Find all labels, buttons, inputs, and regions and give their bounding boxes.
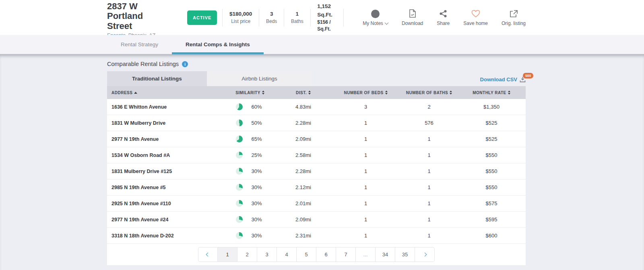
row-dist: 2.09mi	[276, 136, 330, 142]
subtab-airbnb-listings[interactable]: Airbnb Listings	[207, 71, 312, 86]
divider	[310, 9, 311, 27]
notes-avatar-icon	[371, 10, 380, 18]
info-icon[interactable]: i	[182, 61, 188, 67]
row-dist: 2.58mi	[276, 152, 330, 158]
share-button[interactable]: Share	[437, 9, 450, 26]
row-baths: 1	[401, 216, 457, 223]
row-similarity-cell: 60%	[224, 103, 276, 110]
subtab-traditional-listings[interactable]: Traditional Listings	[107, 71, 207, 86]
row-address: 1534 W Osborn Road #A	[107, 153, 224, 158]
table-row[interactable]: 1831 W Mulberry Drive 50% 2.28mi 1 576 $…	[107, 115, 526, 131]
chevron-down-icon	[384, 21, 388, 25]
status-badge: ACTIVE	[187, 10, 217, 25]
orig-listing-button[interactable]: Orig. listing	[502, 9, 526, 26]
my-notes-button[interactable]: My Notes	[363, 9, 388, 26]
row-beds: 1	[330, 152, 401, 158]
chevron-right-icon	[423, 253, 427, 257]
table-row[interactable]: 1534 W Osborn Road #A 25% 2.58mi 1 1 $55…	[107, 147, 526, 163]
pagination-prev-button[interactable]	[198, 247, 218, 262]
sort-icon	[262, 91, 264, 95]
pagination-page-5[interactable]: 5	[297, 247, 316, 262]
stat-value: 3	[270, 10, 273, 18]
tab-rental-comps-insights[interactable]: Rental Comps & Insights	[172, 35, 264, 54]
row-address: 1831 W Mulberry Drive	[107, 120, 224, 126]
stat-label: List price	[231, 18, 250, 25]
table-row[interactable]: 2977 N 19th Avenue 65% 2.09mi 1 1 $525	[107, 131, 526, 147]
row-similarity: 50%	[237, 120, 276, 126]
divider	[343, 9, 344, 27]
row-address: 2985 N 19th Avenue #5	[107, 185, 224, 190]
row-address: 2977 N 19th Avenue	[107, 136, 224, 142]
row-similarity: 30%	[237, 168, 276, 174]
row-similarity-cell: 30%	[224, 232, 276, 239]
row-beds: 1	[330, 184, 401, 190]
row-rate: $525	[457, 120, 526, 126]
column-header-monthly-rate[interactable]: MONTHLY RATE	[457, 91, 526, 95]
credits-badge: 500	[523, 73, 533, 78]
table-row[interactable]: 1831 Mulberry Drive #125 30% 2.28mi 1 1 …	[107, 163, 526, 179]
column-header-dist[interactable]: DIST.	[276, 91, 330, 95]
table-row[interactable]: 1636 E Whitton Avenue 60% 4.83mi 3 2 $1,…	[107, 99, 526, 115]
row-dist: 2.28mi	[276, 120, 330, 126]
column-header-baths[interactable]: NUMBER OF BATHS	[401, 91, 457, 95]
pagination-page-7[interactable]: 7	[336, 247, 356, 262]
row-baths: 1	[401, 184, 457, 190]
row-address: 1636 E Whitton Avenue	[107, 104, 224, 110]
row-similarity-cell: 30%	[224, 200, 276, 207]
row-beds: 1	[330, 200, 401, 206]
external-link-icon	[510, 9, 518, 19]
table-row[interactable]: 2977 N 19th Avenue #24 30% 2.09mi 1 1 $5…	[107, 212, 526, 228]
save-home-label: Save home	[463, 21, 488, 26]
row-rate: $600	[457, 233, 526, 239]
row-similarity-cell: 65%	[224, 136, 276, 142]
stat-value: 1	[296, 10, 299, 18]
table-row[interactable]: 2985 N 19th Avenue #5 30% 2.12mi 1 1 $55…	[107, 179, 526, 196]
pagination-page-3[interactable]: 3	[257, 247, 277, 262]
header-actions: My Notes Download Share	[338, 9, 526, 27]
row-similarity-cell: 30%	[224, 168, 276, 175]
row-dist: 2.01mi	[276, 200, 330, 206]
row-similarity: 25%	[237, 152, 276, 158]
pagination: 1234567...3435	[198, 247, 435, 262]
pagination-page-2[interactable]: 2	[237, 247, 257, 262]
row-similarity: 30%	[237, 200, 276, 206]
download-button[interactable]: Download	[402, 9, 423, 26]
pagination-next-button[interactable]	[415, 247, 435, 262]
save-home-button[interactable]: Save home	[463, 9, 488, 26]
row-baths: 1	[401, 233, 457, 239]
pagination-page-4[interactable]: 4	[277, 247, 297, 262]
row-rate: $595	[457, 216, 526, 223]
row-similarity: 30%	[237, 233, 276, 239]
row-baths: 576	[401, 120, 457, 126]
row-address: 1831 Mulberry Drive #125	[107, 169, 224, 174]
divider	[259, 9, 259, 27]
pagination-page-34[interactable]: 34	[376, 247, 395, 262]
table-row[interactable]: 2925 N 19th Avenue #110 30% 2.01mi 1 1 $…	[107, 196, 526, 212]
pagination-page-1[interactable]: 1	[218, 247, 237, 262]
tab-rental-strategy[interactable]: Rental Strategy	[107, 35, 172, 54]
row-rate: $1,350	[457, 104, 526, 110]
row-baths: 1	[401, 168, 457, 174]
property-header: SINGLE FAMILY RESIDENTIAL 2837 W Portlan…	[0, 0, 644, 35]
column-header-address[interactable]: ADDRESS	[107, 91, 224, 95]
column-header-similarity[interactable]: SIMILARITY	[224, 91, 276, 95]
section-title: Comparable Rental Listings	[107, 61, 179, 67]
download-csv-button[interactable]: Download CSV 500	[480, 76, 526, 86]
divider	[284, 9, 284, 27]
pagination-ellipsis: ...	[356, 247, 376, 262]
row-dist: 2.09mi	[276, 216, 330, 223]
column-header-beds[interactable]: NUMBER OF BEDS	[330, 91, 401, 95]
row-rate: $550	[457, 152, 526, 158]
row-address: 2977 N 19th Avenue #24	[107, 217, 224, 223]
property-title: 2837 W Portland Street	[107, 2, 169, 31]
pagination-page-6[interactable]: 6	[316, 247, 336, 262]
row-dist: 2.28mi	[276, 168, 330, 174]
row-similarity: 30%	[237, 184, 276, 190]
sort-icon	[385, 91, 388, 95]
sort-icon	[308, 91, 311, 95]
pagination-page-35[interactable]: 35	[395, 247, 415, 262]
pdf-file-icon	[409, 9, 417, 19]
table-row[interactable]: 3318 N 18th Avenue D-202 30% 2.31mi 1 1 …	[107, 228, 526, 244]
main-tabs: Rental Strategy Rental Comps & Insights	[0, 35, 644, 54]
row-rate: $575	[457, 200, 526, 206]
